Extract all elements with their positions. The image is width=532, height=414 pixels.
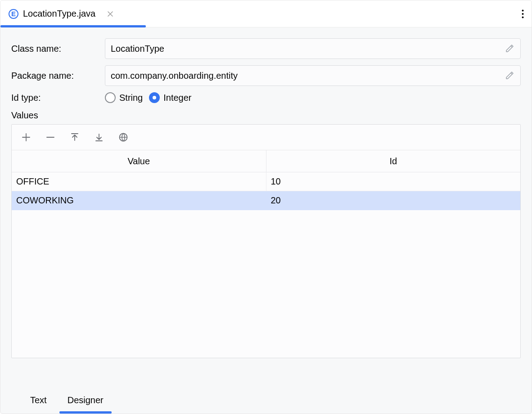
bottom-tabs: Text Designer (11, 387, 521, 414)
package-name-row: Package name: com.company.onboarding.ent… (11, 65, 521, 86)
editor-tab-title: LocationType.java (23, 9, 95, 19)
id-type-radio-group: String Integer (105, 92, 192, 103)
values-label: Values (11, 110, 521, 121)
values-toolbar (12, 125, 520, 150)
table-row[interactable]: COWORKING 20 (12, 191, 520, 210)
tab-designer-label: Designer (68, 395, 104, 405)
tabbar: E LocationType.java (0, 0, 532, 27)
editor-panel: E LocationType.java Class name: Location… (0, 0, 532, 414)
edit-icon[interactable] (504, 43, 515, 54)
move-down-icon[interactable] (93, 131, 105, 144)
svg-point-0 (522, 9, 523, 11)
svg-point-1 (522, 13, 523, 15)
cell-id[interactable]: 20 (266, 191, 521, 210)
table-row[interactable]: OFFICE 10 (12, 172, 520, 191)
package-name-value: com.company.onboarding.entity (111, 71, 238, 81)
values-table[interactable]: Value Id OFFICE 10 COWORKING 20 (12, 150, 520, 358)
package-name-label: Package name: (11, 71, 98, 81)
table-header: Value Id (12, 150, 520, 172)
tab-text[interactable]: Text (22, 387, 55, 414)
class-name-row: Class name: LocationType (11, 38, 521, 59)
svg-point-2 (522, 16, 523, 18)
id-type-row: Id type: String Integer (11, 92, 521, 103)
editor-tab[interactable]: E LocationType.java (0, 0, 122, 27)
more-options-icon[interactable] (514, 0, 532, 27)
class-name-label: Class name: (11, 44, 98, 54)
class-name-field[interactable]: LocationType (105, 38, 521, 59)
radio-icon (149, 92, 160, 103)
values-box: Value Id OFFICE 10 COWORKING 20 (11, 124, 521, 358)
cell-value[interactable]: OFFICE (12, 172, 266, 191)
cell-value[interactable]: COWORKING (12, 191, 266, 210)
column-value[interactable]: Value (12, 150, 266, 172)
tab-text-label: Text (30, 395, 47, 405)
package-name-field[interactable]: com.company.onboarding.entity (105, 65, 521, 86)
add-icon[interactable] (20, 131, 32, 144)
id-type-label: Id type: (11, 93, 98, 103)
id-type-integer-radio[interactable]: Integer (149, 92, 191, 103)
id-type-integer-label: Integer (163, 93, 191, 103)
edit-icon[interactable] (504, 70, 515, 81)
column-id[interactable]: Id (266, 150, 521, 172)
close-icon[interactable] (106, 10, 114, 18)
enum-file-icon: E (9, 9, 18, 19)
id-type-string-radio[interactable]: String (105, 92, 143, 103)
class-name-value: LocationType (111, 44, 164, 54)
localize-icon[interactable] (117, 131, 130, 144)
move-up-icon[interactable] (68, 131, 81, 144)
remove-icon[interactable] (44, 131, 57, 144)
cell-id[interactable]: 10 (266, 172, 521, 191)
radio-icon (105, 92, 116, 103)
tab-designer[interactable]: Designer (59, 387, 112, 414)
id-type-string-label: String (119, 93, 143, 103)
form-body: Class name: LocationType Package name: c… (0, 27, 532, 414)
